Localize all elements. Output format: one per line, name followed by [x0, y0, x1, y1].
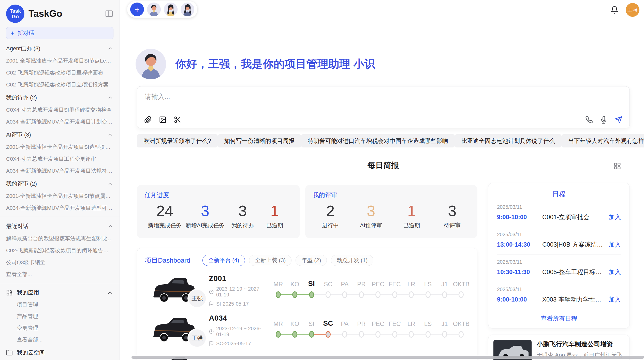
milestone-dot	[292, 331, 297, 338]
project-owner-badge: 王强	[187, 289, 207, 308]
sidebar-list-item[interactable]: C02-飞腾新能源轻客改款项目的闭环通告反馈情况	[6, 247, 113, 254]
dashboard-filter-chip[interactable]: 全新上装 (3)	[249, 255, 291, 266]
milestone: PA	[336, 278, 353, 303]
milestone-label: MR	[273, 317, 283, 327]
milestone: PEC	[370, 317, 386, 343]
project-row[interactable]: 王强 A034 2023-12-19 ~ 2026-01-19 SC-2025-…	[145, 315, 470, 345]
sidebar-item-view-all-apps[interactable]: 查看全部...	[17, 336, 113, 343]
sidebar-list-item[interactable]: C0X4-动力总成开发项目SI里程碑提交物检查	[6, 106, 113, 113]
app-root: Task Go TaskGo + 新对话 Agent已办 (3) Z001-全新…	[0, 0, 644, 360]
milestone-dot	[342, 291, 347, 298]
project-dashboard-card: 项目Dashboard 全新平台 (4)全新上装 (3)年型 (2)动总开发 (…	[137, 248, 477, 360]
assistant-avatar-2[interactable]	[164, 3, 178, 16]
sidebar-list-item[interactable]: Z001-全新燃油轻卡产品开发项目SI节点属性5D文件评审	[6, 192, 113, 200]
suggestion-chip[interactable]: 如何写一份清晰的项目周报	[218, 134, 301, 147]
app-title: TaskGo	[28, 8, 101, 19]
milestone-dot	[442, 291, 447, 298]
sidebar-list-item[interactable]: Z001-全新燃油轻卡产品开发项目SI造型提交物评审	[6, 143, 113, 151]
sidebar-item-product-management[interactable]: 产品管理	[17, 313, 113, 320]
sidebar-section: 最近对话 解释最新出台的欧盟报废车法规再生塑料比例被调至15%...C02-飞腾…	[6, 222, 113, 278]
milestone-track: MR KO SI SC PA PR PEC FEC LR LS J1 OKTB	[270, 278, 470, 303]
chat-input[interactable]	[144, 93, 527, 101]
view-all-schedule-link[interactable]: 查看所有日程	[497, 310, 621, 328]
sidebar-list-item[interactable]: A034-全新新能源MUV产品开发项目计划变更表编写	[6, 118, 113, 125]
sidebar-list-item[interactable]: A034-全新新能源MUV产品开发项目造型可行性评审	[6, 204, 113, 212]
stat-item: 2 进行中	[316, 202, 344, 229]
suggestion-chip[interactable]: 当下年轻人对汽车外观有怎样的喜好趋势	[562, 134, 644, 147]
microphone-icon[interactable]	[600, 116, 608, 124]
sidebar-list-item[interactable]: 公司Q3轻卡销量	[6, 259, 113, 266]
schedule-title: C003|H0B-方案冻结评审	[542, 241, 606, 249]
dashboard-filter-chip[interactable]: 年型 (2)	[296, 255, 327, 266]
sidebar-list-item[interactable]: A034-全新新能源MUV产品开发项目法规符合性评审	[6, 167, 113, 174]
milestone: KO	[286, 278, 303, 303]
chevron-up-icon[interactable]	[107, 46, 113, 52]
milestone: SC	[320, 278, 336, 303]
sidebar-list-item[interactable]: C02-飞腾新能源轻客改款项目立项汇报方案	[6, 81, 113, 88]
stat-label: 我的待办	[229, 222, 257, 229]
avatar-illustration	[164, 3, 178, 16]
phone-icon[interactable]	[585, 116, 593, 124]
schedule-join-link[interactable]: 加入	[609, 268, 621, 276]
milestone-label: LR	[407, 278, 415, 288]
send-icon[interactable]	[615, 116, 622, 124]
sidebar-section-header[interactable]: 我的评审 (2)	[6, 180, 113, 188]
suggestion-chip[interactable]: 特朗普可能对进口汽车增税会对中国车企造成哪些影响	[301, 134, 455, 147]
schedule-date: 2025/03/11	[497, 232, 621, 237]
milestone-dot	[426, 331, 431, 338]
chevron-up-icon[interactable]	[107, 95, 113, 101]
stat-label: 新增完成任务	[148, 222, 182, 229]
schedule-join-link[interactable]: 加入	[609, 241, 621, 249]
schedule-join-link[interactable]: 加入	[609, 213, 621, 221]
milestone-label: KO	[290, 278, 299, 288]
sidebar-section-header[interactable]: 最近对话	[6, 222, 113, 230]
sidebar-item-change-management[interactable]: 变更管理	[17, 324, 113, 332]
suggestion-chip[interactable]: 比亚迪全固态电池计划具体说了什么	[455, 134, 562, 147]
image-icon[interactable]	[159, 116, 167, 124]
user-avatar[interactable]: 王强	[626, 3, 639, 17]
new-chat-button[interactable]: + 新对话	[6, 27, 113, 39]
milestone-label: FEC	[389, 317, 401, 327]
milestone-label: OKTB	[453, 278, 470, 288]
chevron-up-icon[interactable]	[107, 223, 113, 229]
sidebar-item-project-management[interactable]: 项目管理	[17, 301, 113, 308]
assistant-avatar-3[interactable]	[181, 3, 194, 16]
chevron-up-icon[interactable]	[107, 132, 113, 138]
scissors-icon[interactable]	[174, 116, 181, 124]
project-rows: 王强 Z001 2023-12-19 ~ 2027-01-19 SI-2025-…	[145, 275, 470, 345]
layout-grid-icon[interactable]	[613, 162, 621, 170]
sidebar-list-item[interactable]: 查看全部...	[6, 271, 113, 278]
milestone-label: PR	[357, 278, 365, 288]
sidebar-item-my-apps[interactable]: 我的应用	[6, 289, 113, 296]
chevron-up-icon[interactable]	[107, 289, 113, 296]
milestone-label: SC	[323, 317, 333, 327]
dashboard-filter-chip[interactable]: 动总开发 (1)	[331, 255, 373, 266]
sidebar-list-item[interactable]: C0X4-动力总成开发项目工程变更评审	[6, 155, 113, 162]
paperclip-icon[interactable]	[144, 116, 152, 124]
stat-value: 1	[261, 202, 289, 220]
horizontal-scrollbar[interactable]	[131, 356, 644, 359]
my-reviews-title: 我的评审	[313, 191, 470, 199]
sidebar-item-cloud-space[interactable]: 我的云空间	[6, 349, 113, 356]
dashboard-filter-chip[interactable]: 全新平台 (4)	[202, 255, 245, 266]
sidebar-recent-chats: 最近对话 解释最新出台的欧盟报废车法规再生塑料比例被调至15%...C02-飞腾…	[6, 222, 113, 278]
sidebar-section-header[interactable]: Agent已办 (3)	[6, 45, 113, 52]
assistant-avatar-1[interactable]	[147, 3, 161, 16]
schedule-time: 9:00-10:00	[497, 296, 540, 303]
suggestion-chip[interactable]: 欧洲新规最近颁布了什么?	[137, 134, 218, 147]
sidebar-list-item[interactable]: C02-飞腾新能源轻客改款项目里程碑画布	[6, 69, 113, 76]
sidebar-list-item[interactable]: Z001-全新燃油皮卡产品开发项目SI节点Lesson Learn报告	[6, 57, 113, 64]
bell-icon[interactable]	[610, 6, 619, 14]
add-assistant-button[interactable]: +	[130, 3, 144, 16]
sidebar-section-header[interactable]: 我的待办 (2)	[6, 94, 113, 101]
sidebar-list-item[interactable]: 解释最新出台的欧盟报废车法规再生塑料比例被调至15%...	[6, 235, 113, 242]
project-row[interactable]: 王强 Z001 2023-12-19 ~ 2027-01-19 SI-2025-…	[145, 275, 470, 306]
project-dates: 2023-12-19 ~ 2027-01-19	[216, 286, 267, 298]
chevron-up-icon[interactable]	[107, 181, 113, 187]
schedule-join-link[interactable]: 加入	[609, 295, 621, 304]
stat-item: 3 AI预评审	[357, 202, 385, 229]
sidebar-section-header[interactable]: AI评审 (3)	[6, 131, 113, 139]
sidebar-collapse-icon[interactable]	[105, 9, 113, 18]
stat-value: 2	[316, 202, 344, 220]
milestone: OKTB	[453, 278, 470, 303]
